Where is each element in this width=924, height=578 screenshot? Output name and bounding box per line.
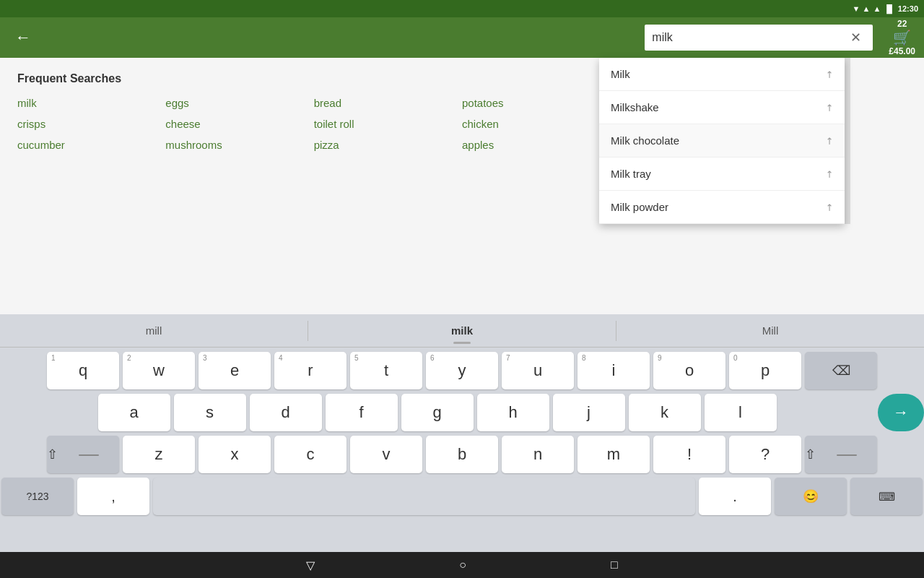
dropdown-item-milk[interactable]: Milk ↗ (599, 58, 845, 91)
arrow-icon-milk-tray: ↗ (822, 167, 835, 180)
key-c[interactable]: c (274, 436, 346, 473)
key-question[interactable]: ? (729, 436, 801, 473)
comma-key[interactable]: , (77, 478, 149, 515)
keyboard-row-3: ⇧ z x c v b n m ! ? ⇧ (0, 436, 924, 473)
dropdown-item-milk-tray[interactable]: Milk tray ↗ (599, 158, 845, 191)
enter-key[interactable]: → (878, 394, 924, 431)
suggestions-row: mill milk Mill (0, 314, 924, 348)
system-nav-bar: ▽ ○ □ (0, 552, 924, 578)
key-i[interactable]: 8i (578, 352, 650, 389)
key-y[interactable]: 6y (426, 352, 498, 389)
keyboard-area: mill milk Mill 1q 2w 3e 4r 5t 6y 7u 8i 9… (0, 314, 924, 552)
key-r[interactable]: 4r (274, 352, 346, 389)
space-key[interactable] (153, 478, 695, 515)
back-button[interactable]: ← (9, 23, 38, 52)
status-icons: ▼ ▲ ▲ ▐▌ 12:30 (853, 4, 918, 13)
dropdown-item-milk-chocolate[interactable]: Milk chocolate ↗ (599, 124, 845, 158)
search-input[interactable] (652, 31, 846, 44)
dropdown-text-milk-tray: Milk tray (611, 168, 651, 180)
key-u[interactable]: 7u (502, 352, 574, 389)
battery-icon: ▐▌ (884, 4, 895, 13)
keyboard-row-1: 1q 2w 3e 4r 5t 6y 7u 8i 9o 0p ⌫ (0, 352, 924, 389)
key-a[interactable]: a (98, 394, 170, 431)
frequent-item-potatoes[interactable]: potatoes (462, 97, 610, 109)
backspace-key[interactable]: ⌫ (805, 352, 877, 389)
wifi-icon: ▲ (873, 4, 881, 13)
key-f[interactable]: f (326, 394, 398, 431)
period-key[interactable]: . (699, 478, 771, 515)
emoji-key[interactable]: 😊 (775, 478, 847, 515)
dropdown-text-milkshake: Milkshake (611, 101, 659, 113)
cart-icon: 🛒 (893, 29, 911, 46)
key-v[interactable]: v (350, 436, 422, 473)
key-x[interactable]: x (199, 436, 271, 473)
key-q[interactable]: 1q (47, 352, 119, 389)
keyboard-switch-key[interactable]: ⌨ (850, 478, 923, 515)
key-b[interactable]: b (426, 436, 498, 473)
key-exclaim[interactable]: ! (653, 436, 725, 473)
cart-price: £45.00 (889, 46, 915, 56)
frequent-item-crisps[interactable]: crisps (17, 118, 165, 130)
arrow-icon-milkshake: ↗ (822, 100, 835, 113)
shift-right-key[interactable]: ⇧ (805, 436, 877, 473)
dropdown-text-milk: Milk (611, 68, 630, 80)
frequent-item-bread[interactable]: bread (314, 97, 462, 109)
frequent-item-cheese[interactable]: cheese (165, 118, 313, 130)
top-bar: ← ✕ 22 🛒 £45.00 (0, 17, 924, 58)
key-k[interactable]: k (629, 394, 701, 431)
search-container: ✕ (643, 23, 874, 52)
back-arrow-icon: ← (15, 28, 31, 47)
clear-search-button[interactable]: ✕ (846, 28, 866, 47)
frequent-item-apples[interactable]: apples (462, 139, 610, 151)
search-dropdown: Milk ↗ Milkshake ↗ Milk chocolate ↗ Milk… (599, 58, 845, 224)
suggestion-mill-cap[interactable]: Mill (616, 314, 924, 347)
key-p[interactable]: 0p (729, 352, 801, 389)
arrow-icon-milk: ↗ (822, 67, 835, 80)
frequent-item-pizza[interactable]: pizza (314, 139, 462, 151)
frequent-item-cucumber[interactable]: cucumber (17, 139, 165, 151)
dropdown-text-milk-chocolate: Milk chocolate (611, 134, 679, 147)
arrow-icon-milk-powder: ↗ (822, 200, 835, 213)
key-l[interactable]: l (705, 394, 777, 431)
status-bar: ▼ ▲ ▲ ▐▌ 12:30 (0, 0, 924, 17)
key-z[interactable]: z (123, 436, 195, 473)
frequent-item-eggs[interactable]: eggs (165, 97, 313, 109)
frequent-item-mushrooms[interactable]: mushrooms (165, 139, 313, 151)
key-m[interactable]: m (578, 436, 650, 473)
keyboard-row-2: a s d f g h j k l → (0, 394, 924, 431)
suggestion-milk[interactable]: milk (308, 314, 616, 347)
key-j[interactable]: j (553, 394, 625, 431)
shift-left-key[interactable]: ⇧ (47, 436, 119, 473)
keyboard-bottom-row: ?123 , . 😊 ⌨ (0, 478, 924, 515)
nav-recents-button[interactable]: □ (611, 558, 618, 571)
cart-area[interactable]: 22 🛒 £45.00 (889, 19, 915, 56)
key-t[interactable]: 5t (350, 352, 422, 389)
arrow-icon-milk-chocolate: ↗ (822, 134, 835, 147)
key-e[interactable]: 3e (199, 352, 271, 389)
signal-icon: ▼ ▲ (853, 4, 871, 13)
frequent-item-toilet-roll[interactable]: toilet roll (314, 118, 462, 130)
dropdown-item-milkshake[interactable]: Milkshake ↗ (599, 91, 845, 124)
key-w[interactable]: 2w (123, 352, 195, 389)
suggestion-mill[interactable]: mill (0, 314, 308, 347)
dropdown-item-milk-powder[interactable]: Milk powder ↗ (599, 191, 845, 224)
key-d[interactable]: d (250, 394, 322, 431)
key-g[interactable]: g (401, 394, 474, 431)
key-s[interactable]: s (174, 394, 246, 431)
nav-back-button[interactable]: ▽ (306, 558, 315, 572)
key-n[interactable]: n (502, 436, 574, 473)
frequent-item-milk[interactable]: milk (17, 97, 165, 109)
num-symbol-key[interactable]: ?123 (1, 478, 74, 515)
key-h[interactable]: h (477, 394, 549, 431)
enter-arrow-icon: → (893, 403, 909, 422)
dropdown-text-milk-powder: Milk powder (611, 201, 668, 213)
key-o[interactable]: 9o (653, 352, 725, 389)
frequent-item-chicken[interactable]: chicken (462, 118, 610, 130)
nav-home-button[interactable]: ○ (459, 558, 466, 571)
cart-count: 22 (897, 19, 907, 29)
time-display: 12:30 (898, 4, 918, 13)
